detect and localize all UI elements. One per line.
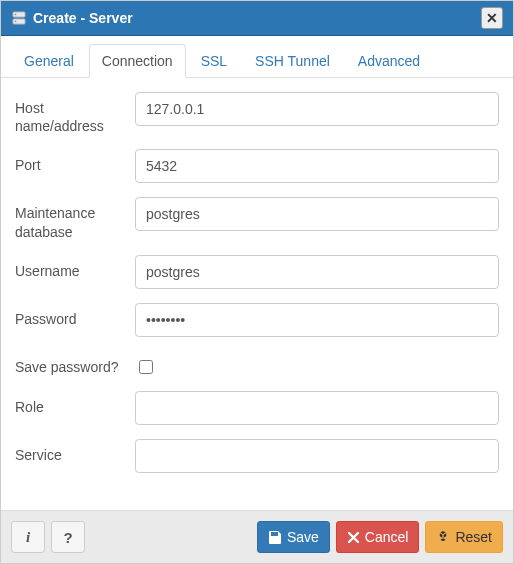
- row-savepw: Save password?: [15, 351, 499, 377]
- username-input[interactable]: [135, 255, 499, 289]
- server-icon: [11, 10, 27, 26]
- cancel-icon: [347, 531, 360, 544]
- row-service: Service: [15, 439, 499, 473]
- row-username: Username: [15, 255, 499, 289]
- cancel-button[interactable]: Cancel: [336, 521, 420, 553]
- dialog-title: Create - Server: [33, 10, 481, 26]
- info-icon: i: [26, 529, 30, 546]
- label-host: Host name/address: [15, 92, 135, 135]
- tab-advanced[interactable]: Advanced: [345, 44, 433, 78]
- close-button[interactable]: ✕: [481, 7, 503, 29]
- save-label: Save: [287, 529, 319, 545]
- label-savepw: Save password?: [15, 351, 135, 376]
- label-service: Service: [15, 439, 135, 464]
- save-icon: [268, 530, 282, 544]
- label-role: Role: [15, 391, 135, 416]
- create-server-dialog: Create - Server ✕ General Connection SSL…: [0, 0, 514, 564]
- row-maintdb: Maintenance database: [15, 197, 499, 240]
- svg-point-3: [15, 21, 17, 23]
- reset-icon: [436, 530, 450, 544]
- help-button[interactable]: ?: [51, 521, 85, 553]
- tab-bar: General Connection SSL SSH Tunnel Advanc…: [1, 36, 513, 78]
- tab-connection[interactable]: Connection: [89, 44, 186, 78]
- connection-form: Host name/address Port Maintenance datab…: [1, 78, 513, 510]
- row-host: Host name/address: [15, 92, 499, 135]
- reset-button[interactable]: Reset: [425, 521, 503, 553]
- cancel-label: Cancel: [365, 529, 409, 545]
- row-password: Password: [15, 303, 499, 337]
- label-username: Username: [15, 255, 135, 280]
- service-input[interactable]: [135, 439, 499, 473]
- help-icon: ?: [63, 529, 72, 546]
- label-port: Port: [15, 149, 135, 174]
- role-input[interactable]: [135, 391, 499, 425]
- close-icon: ✕: [486, 11, 498, 25]
- save-password-checkbox[interactable]: [139, 360, 153, 374]
- save-button[interactable]: Save: [257, 521, 330, 553]
- maintenance-db-input[interactable]: [135, 197, 499, 231]
- row-port: Port: [15, 149, 499, 183]
- label-maintdb: Maintenance database: [15, 197, 135, 240]
- host-input[interactable]: [135, 92, 499, 126]
- tab-ssh-tunnel[interactable]: SSH Tunnel: [242, 44, 343, 78]
- tab-ssl[interactable]: SSL: [188, 44, 240, 78]
- svg-point-2: [15, 14, 17, 16]
- label-password: Password: [15, 303, 135, 328]
- port-input[interactable]: [135, 149, 499, 183]
- password-input[interactable]: [135, 303, 499, 337]
- dialog-titlebar: Create - Server ✕: [1, 1, 513, 36]
- tab-general[interactable]: General: [11, 44, 87, 78]
- reset-label: Reset: [455, 529, 492, 545]
- dialog-footer: i ? Save Cancel: [1, 510, 513, 563]
- row-role: Role: [15, 391, 499, 425]
- info-button[interactable]: i: [11, 521, 45, 553]
